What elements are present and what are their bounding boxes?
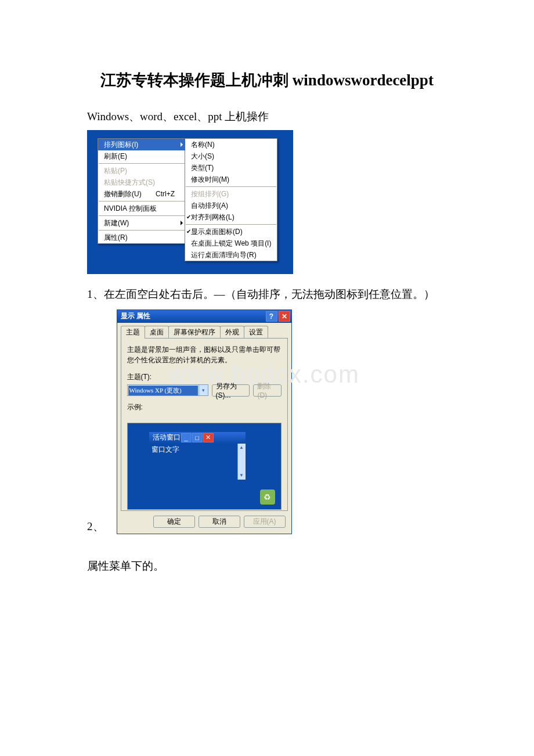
menu-item: 按组排列(G) [185,188,277,200]
preview-scrollbar: ▲ ▼ [237,444,246,480]
preview-body-text: 窗口文字 [151,445,179,453]
menu-item[interactable]: 刷新(E) [98,150,185,162]
theme-combo-value: Windows XP (更改) [128,386,198,395]
menu-item[interactable]: 在桌面上锁定 Web 项目(I) [185,237,277,249]
page-title: 江苏专转本操作题上机冲刺 windowswordecelppt [87,70,447,91]
menu-item[interactable]: 修改时间(M) [185,174,277,185]
menu-item[interactable]: 运行桌面清理向导(R) [185,249,277,261]
menu-item[interactable]: 撤销删除(U)Ctrl+Z [98,188,185,200]
intro-text: Windows、word、excel、ppt 上机操作 [87,108,447,125]
minimize-icon: _ [181,433,192,442]
menu-item[interactable]: ✔显示桌面图标(D) [185,226,277,237]
recycle-bin-icon: ♻ [260,489,275,505]
cancel-button[interactable]: 取消 [199,516,240,528]
scroll-up-icon: ▲ [238,444,246,452]
menu-item[interactable]: 类型(T) [185,162,277,174]
close-icon[interactable]: ✕ [279,311,290,322]
theme-preview: 活动窗口 _ □ ✕ 窗口文字 ▲ [127,423,282,510]
tab-1[interactable]: 桌面 [145,326,169,339]
tab-panel-theme: 主题是背景加一组声音，图标以及只需单击即可帮您个性化设置您的计算机的元素。 主题… [121,338,288,511]
tab-2[interactable]: 屏幕保护程序 [168,326,221,339]
menu-item[interactable]: 新建(W) [98,217,185,229]
context-menu-screenshot: 排列图标(I)刷新(E)粘贴(P)粘贴快捷方式(S)撤销删除(U)Ctrl+ZN… [87,130,293,274]
display-properties-dialog: 显示 属性 ? ✕ 主题桌面屏幕保护程序外观设置 主题是背景加一组声音，图标以及… [117,309,292,534]
theme-combo[interactable]: Windows XP (更改) ▾ [127,384,208,396]
menu-item[interactable]: ✔对齐到网格(L) [185,211,277,223]
dialog-tabs: 主题桌面屏幕保护程序外观设置 [121,326,288,338]
preview-title-text: 活动窗口 [153,433,181,442]
chevron-down-icon[interactable]: ▾ [199,385,208,395]
menu-item[interactable]: 排列图标(I) [98,139,185,150]
tab-4[interactable]: 设置 [244,326,268,339]
menu-item[interactable]: NVIDIA 控制面板 [98,203,185,214]
maximize-icon: □ [192,433,203,442]
ok-button[interactable]: 确定 [153,516,195,528]
close-mini-icon: ✕ [203,433,214,442]
menu-item[interactable]: 名称(N) [185,139,277,150]
context-menu-sub: 名称(N)大小(S)类型(T)修改时间(M)按组排列(G)自动排列(A)✔对齐到… [185,138,277,261]
preview-titlebar: 活动窗口 _ □ ✕ [149,432,246,444]
theme-label: 主题(T): [127,372,282,382]
sample-label: 示例: [127,402,282,412]
scroll-down-icon: ▼ [238,471,246,480]
menu-item: 粘贴快捷方式(S) [98,177,185,188]
menu-item[interactable]: 自动排列(A) [185,200,277,211]
preview-window: 活动窗口 _ □ ✕ 窗口文字 ▲ [149,431,246,480]
save-as-button[interactable]: 另存为(S)... [212,384,250,397]
menu-item: 粘贴(P) [98,165,185,177]
dialog-title-text: 显示 属性 [121,311,150,321]
note-2-prefix: 2、 [87,519,104,534]
note-3: 属性菜单下的。 [87,557,447,575]
dialog-titlebar[interactable]: 显示 属性 ? ✕ [117,310,291,323]
menu-item[interactable]: 属性(R) [98,232,185,243]
theme-description: 主题是背景加一组声音，图标以及只需单击即可帮您个性化设置您的计算机的元素。 [127,344,282,365]
context-menu-main: 排列图标(I)刷新(E)粘贴(P)粘贴快捷方式(S)撤销删除(U)Ctrl+ZN… [98,138,186,244]
menu-item[interactable]: 大小(S) [185,150,277,162]
apply-button: 应用(A) [244,516,286,528]
delete-button: 删除(D) [253,384,281,397]
note-1: 1、在左面空白处右击后。—（自动排序，无法拖动图标到任意位置。） [87,286,447,303]
tab-0[interactable]: 主题 [121,326,145,339]
help-icon[interactable]: ? [266,311,277,322]
tab-3[interactable]: 外观 [220,326,244,339]
